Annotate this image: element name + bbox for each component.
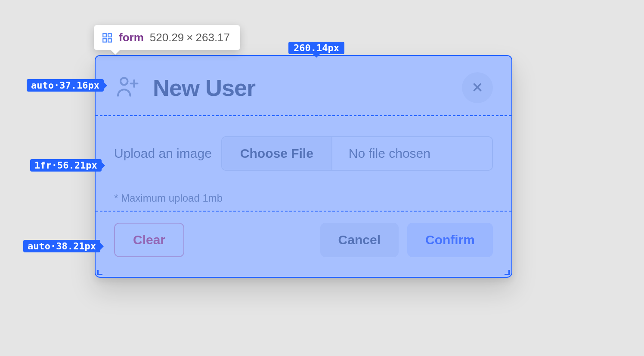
form-footer: Clear Cancel Confirm (114, 223, 493, 257)
upload-hint: * Maximum upload 1mb (114, 192, 493, 204)
user-plus-icon (114, 74, 141, 102)
grid-icon (102, 32, 113, 43)
grid-column-badge: 260.14px (288, 42, 344, 54)
svg-rect-0 (103, 34, 106, 37)
choose-file-button[interactable]: Choose File (222, 137, 332, 170)
svg-rect-3 (108, 39, 111, 42)
file-status-text: No file chosen (332, 146, 430, 161)
form-header: New User (114, 72, 493, 103)
file-input[interactable]: Choose File No file chosen (221, 136, 493, 171)
form-title: New User (153, 74, 255, 101)
grid-row-badge-2: 1fr·56.21px (30, 159, 102, 172)
clear-button[interactable]: Clear (114, 223, 184, 257)
svg-rect-2 (103, 39, 106, 42)
upload-row: Upload an image Choose File No file chos… (114, 136, 493, 171)
tooltip-element-name: form (119, 31, 144, 44)
svg-point-4 (121, 78, 128, 85)
new-user-form: New User Upload an image Choose File No … (95, 55, 512, 278)
close-icon (471, 81, 484, 95)
form-body: Upload an image Choose File No file chos… (114, 103, 493, 223)
grid-row-badge-1: auto·37.16px (27, 79, 104, 92)
close-button[interactable] (462, 72, 493, 103)
confirm-button[interactable]: Confirm (407, 223, 493, 257)
cancel-button[interactable]: Cancel (320, 223, 399, 257)
devtools-element-tooltip: form 520.29×263.17 (94, 25, 240, 50)
tooltip-dimensions: 520.29×263.17 (150, 31, 230, 44)
upload-label: Upload an image (114, 146, 212, 161)
grid-row-badge-3: auto·38.21px (23, 240, 100, 252)
svg-rect-1 (108, 34, 111, 37)
